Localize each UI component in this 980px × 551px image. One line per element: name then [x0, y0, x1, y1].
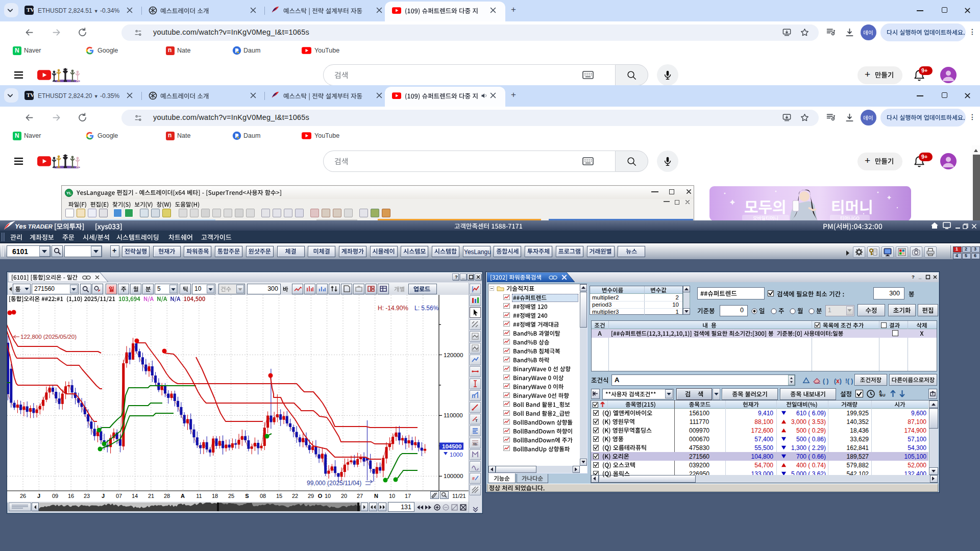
svg-text:H: -14.90%: H: -14.90%: [378, 305, 408, 312]
svg-text:120000: 120000: [444, 352, 463, 358]
svg-text:17: 17: [405, 493, 411, 499]
svg-text:10: 10: [389, 493, 395, 499]
svg-text:110000: 110000: [444, 412, 463, 418]
svg-text:_: _: [918, 274, 922, 280]
svg-text:07: 07: [116, 493, 122, 499]
svg-text:99,000 (2025/11/04): 99,000 (2025/11/04): [307, 480, 361, 487]
svg-text:10: 10: [325, 493, 331, 499]
svg-text:09: 09: [52, 493, 58, 499]
svg-text:O: O: [318, 493, 323, 499]
svg-text:29: 29: [308, 493, 314, 499]
svg-text:?: ?: [455, 274, 458, 280]
svg-text:18: 18: [212, 493, 218, 499]
svg-text:26: 26: [20, 493, 26, 499]
svg-text:22: 22: [292, 493, 298, 499]
svg-text:20: 20: [341, 493, 347, 499]
svg-text:11: 11: [196, 493, 202, 499]
svg-text:100000: 100000: [444, 473, 463, 479]
svg-text:14: 14: [132, 493, 138, 499]
svg-text:122,800 (2025/05/20): 122,800 (2025/05/20): [20, 334, 77, 340]
svg-text:21: 21: [148, 493, 154, 499]
svg-text:104500: 104500: [442, 443, 461, 449]
svg-text:fib: fib: [473, 442, 477, 446]
svg-text:_: _: [461, 274, 465, 280]
svg-text:J: J: [102, 493, 105, 499]
svg-text:N: N: [374, 493, 378, 499]
svg-text:15: 15: [276, 493, 282, 499]
svg-text:?: ?: [912, 274, 915, 280]
svg-text:16: 16: [68, 493, 74, 499]
svg-text:1000: 1000: [450, 452, 463, 458]
svg-text:L: 5.56%: L: 5.56%: [414, 305, 439, 312]
svg-text:T: T: [475, 418, 478, 423]
svg-text:27: 27: [357, 493, 363, 499]
svg-text:25: 25: [228, 493, 234, 499]
svg-text:S: S: [245, 493, 249, 499]
svg-text:23: 23: [84, 493, 90, 499]
svg-text:A: A: [181, 493, 185, 499]
svg-text:#: #: [472, 476, 475, 481]
svg-text:28: 28: [164, 493, 170, 499]
svg-text:08: 08: [260, 493, 266, 499]
svg-text:J: J: [37, 493, 40, 499]
svg-text:11/21: 11/21: [452, 493, 466, 499]
